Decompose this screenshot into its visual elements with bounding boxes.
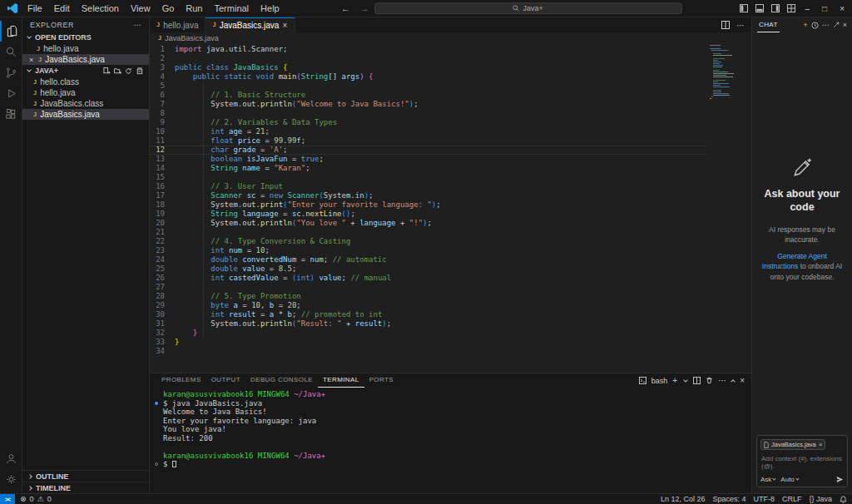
- title-bar: FileEditSelectionViewGoRunTerminalHelp ←…: [0, 0, 852, 17]
- chat-welcome: Ask about your code AI responses may be …: [752, 157, 852, 289]
- code-editor[interactable]: 1import java.util.Scanner;23public class…: [150, 43, 751, 373]
- line-number: 4: [150, 72, 175, 82]
- chat-mode-dropdown[interactable]: Ask: [760, 476, 775, 483]
- file-hello-class[interactable]: Jhello.class: [22, 77, 149, 87]
- account-icon[interactable]: [0, 448, 22, 469]
- errors-icon[interactable]: ⊗: [20, 495, 27, 503]
- java-file-icon: J: [212, 22, 215, 28]
- refresh-icon[interactable]: [125, 67, 132, 75]
- open-editors-section[interactable]: OPEN EDITORS: [22, 32, 149, 43]
- menu-selection[interactable]: Selection: [76, 3, 125, 13]
- timeline-section[interactable]: TIMELINE: [22, 482, 149, 493]
- new-chat-icon[interactable]: +: [803, 21, 807, 29]
- status-spaces-4[interactable]: Spaces: 4: [712, 495, 746, 503]
- panel-tab-debug-console[interactable]: DEBUG CONSOLE: [245, 373, 318, 387]
- remote-indicator[interactable]: ><: [0, 494, 15, 504]
- folder-section[interactable]: JAVA+: [22, 65, 149, 77]
- split-editor-icon[interactable]: [721, 21, 730, 29]
- close-window-icon[interactable]: ×: [837, 4, 847, 13]
- maximize-icon[interactable]: □: [820, 4, 830, 13]
- file-hello-java[interactable]: Jhello.java: [22, 87, 149, 98]
- terminal-output[interactable]: karan@asusvivabook16 MINGW64 ~/Java+$ ja…: [150, 388, 751, 493]
- menu-edit[interactable]: Edit: [48, 3, 76, 13]
- errors-count[interactable]: 0: [30, 495, 34, 503]
- new-file-icon[interactable]: [103, 67, 111, 75]
- close-icon[interactable]: ×: [29, 56, 35, 64]
- toggle-primary-sidebar-icon[interactable]: [740, 4, 748, 12]
- chat-history-icon[interactable]: [811, 22, 819, 29]
- warnings-count[interactable]: 0: [47, 495, 52, 503]
- maximize-panel-icon[interactable]: [731, 379, 736, 384]
- run-debug-icon[interactable]: [0, 83, 22, 104]
- shell-label[interactable]: bash: [651, 377, 668, 385]
- tab-hello-java[interactable]: Jhello.java: [150, 17, 206, 32]
- outline-section[interactable]: OUTLINE: [22, 470, 149, 482]
- more-actions-icon[interactable]: ⋯: [822, 21, 830, 29]
- open-editor-hello-java[interactable]: Jhello.java: [22, 43, 149, 54]
- panel-tab-terminal[interactable]: TERMINAL: [318, 373, 364, 388]
- panel-tab-problems[interactable]: PROBLEMS: [156, 373, 206, 387]
- new-folder-icon[interactable]: [114, 67, 121, 75]
- code-line: 25 double value = 8.5;: [150, 264, 751, 274]
- menu-go[interactable]: Go: [156, 3, 181, 13]
- more-actions-icon[interactable]: ⋯: [134, 21, 142, 29]
- forward-icon[interactable]: →: [355, 3, 374, 13]
- more-actions-icon[interactable]: ⋯: [718, 376, 726, 385]
- new-terminal-icon[interactable]: +: [672, 376, 677, 385]
- kill-terminal-trash-icon[interactable]: [706, 377, 713, 384]
- context-file-chip[interactable]: JavaBasics.java ×: [760, 439, 825, 450]
- collapse-all-icon[interactable]: [136, 67, 143, 75]
- explorer-icon[interactable]: [0, 21, 22, 42]
- line-number: 5: [150, 82, 175, 91]
- tab-chat[interactable]: CHAT: [757, 17, 780, 32]
- code-line: 23 int num = 10;: [150, 246, 751, 255]
- command-center-search[interactable]: Java+: [374, 2, 682, 14]
- toggle-panel-icon[interactable]: [755, 4, 764, 12]
- breadcrumb[interactable]: J JavaBasics.java: [150, 32, 751, 43]
- file-javabasics-java[interactable]: JJavaBasics.java: [22, 109, 149, 120]
- send-icon[interactable]: [836, 476, 844, 483]
- status-utf-8[interactable]: UTF-8: [753, 495, 775, 503]
- back-icon[interactable]: ←: [336, 3, 355, 13]
- split-terminal-icon[interactable]: [693, 377, 701, 384]
- close-icon[interactable]: ×: [282, 21, 288, 30]
- file-javabasics-class[interactable]: JJavaBasics.class: [22, 98, 149, 109]
- panel-tab-ports[interactable]: PORTS: [364, 373, 399, 387]
- menu-file[interactable]: File: [22, 3, 48, 13]
- minimize-icon[interactable]: –: [803, 4, 813, 13]
- chat-input-placeholder[interactable]: Add context (#), extensions (@).: [761, 455, 843, 470]
- settings-gear-icon[interactable]: [0, 469, 22, 490]
- source-control-icon[interactable]: [0, 62, 22, 83]
- customize-layout-icon[interactable]: [787, 4, 795, 12]
- search-icon: [513, 5, 519, 12]
- warnings-icon[interactable]: ⚠: [37, 495, 44, 503]
- status-java[interactable]: {} Java: [809, 495, 832, 503]
- toggle-secondary-sidebar-icon[interactable]: [771, 4, 780, 12]
- code-line: 2: [150, 54, 751, 63]
- line-number: 13: [150, 155, 175, 164]
- menu-run[interactable]: Run: [180, 3, 208, 13]
- minimap[interactable]: [710, 45, 743, 101]
- status-ln-12-col-26[interactable]: Ln 12, Col 26: [661, 495, 706, 503]
- chat-input-box[interactable]: JavaBasics.java × Add context (#), exten…: [756, 435, 848, 487]
- expand-icon[interactable]: [833, 22, 840, 28]
- model-dropdown[interactable]: Auto: [780, 476, 798, 483]
- menu-terminal[interactable]: Terminal: [209, 3, 255, 13]
- status-crlf[interactable]: CRLF: [782, 495, 802, 503]
- open-editor-javabasics-java[interactable]: ×JJavaBasics.java: [22, 54, 149, 65]
- more-actions-icon[interactable]: ⋯: [736, 21, 745, 30]
- line-number: 2: [150, 54, 175, 63]
- menu-help[interactable]: Help: [255, 3, 285, 13]
- search-icon[interactable]: [0, 42, 22, 62]
- chevron-down-icon[interactable]: [683, 378, 688, 383]
- tab-javabasics-java[interactable]: JJavaBasics.java×: [206, 17, 295, 32]
- menu-view[interactable]: View: [125, 3, 156, 13]
- panel-tab-output[interactable]: OUTPUT: [206, 373, 245, 387]
- code-line: 19 String language = sc.nextLine();: [150, 210, 751, 219]
- extensions-icon[interactable]: [0, 104, 22, 125]
- notifications-bell-icon[interactable]: [840, 496, 847, 503]
- close-chat-icon[interactable]: ×: [843, 21, 847, 29]
- close-panel-icon[interactable]: ×: [740, 376, 745, 385]
- remove-context-icon[interactable]: ×: [819, 441, 823, 448]
- terminal-line: Result: 200: [155, 434, 751, 443]
